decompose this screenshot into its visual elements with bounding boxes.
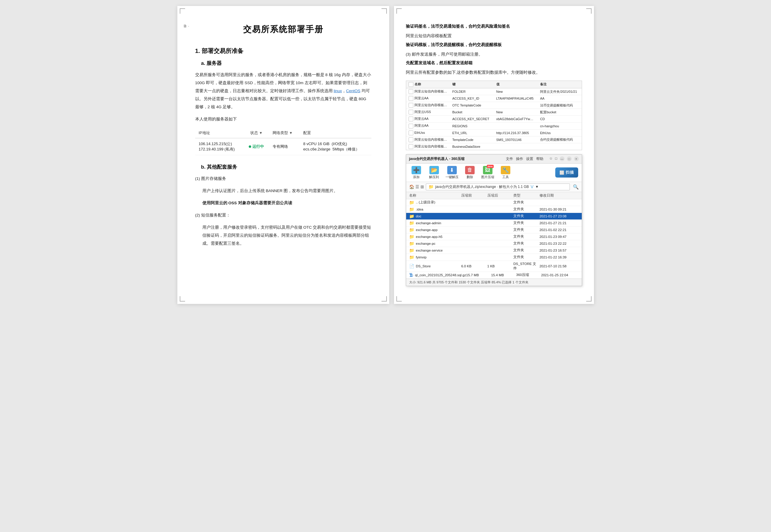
fm-filelist-header: 名称 压缩前 压缩后 类型 修改日期	[406, 192, 582, 199]
fm-delete-button[interactable]: 🗑 删除	[463, 166, 477, 179]
fm-maximize-button[interactable]: □	[567, 156, 572, 161]
file-decompressed: 1 KB	[488, 264, 514, 268]
col-status[interactable]: 状态 ▼	[244, 128, 269, 138]
col-name-header: 名称	[409, 193, 461, 198]
file-row-exchange-admin[interactable]: 📁exchange-admin 文件夹 2021-01-27 21:21	[406, 220, 582, 227]
file-type: 文件夹	[513, 234, 540, 239]
table-row: 阿里云AA REGIONS cn-hangzhou	[406, 123, 582, 129]
section1-heading: 1. 部署交易所准备	[195, 47, 371, 55]
fm-box-icon[interactable]: □	[555, 156, 557, 161]
fm-tools-button[interactable]: 🔧 工具	[499, 166, 512, 179]
file-row-ds-store[interactable]: 📄DS_Store 6.0 KB 1 KB DS_STORE 文件 2021-0…	[406, 261, 582, 272]
fm-titlebar: java合约交易所带机器人 - 360压缩 文件 操作 设置 帮助 ☆ □ — …	[406, 155, 582, 164]
file-row-exchange-app-h5[interactable]: 📁exchange-app-h5 文件夹 2021-01-23 09:47	[406, 233, 582, 240]
file-row-doc[interactable]: 📁doc 文件夹 2021-01-27 23:08	[406, 213, 582, 220]
cfg-col-key: 键	[450, 81, 494, 88]
fm-close-button[interactable]: ×	[574, 156, 579, 161]
add-icon: ➕	[412, 166, 421, 174]
cfg-key: REGIONS	[450, 123, 494, 129]
fm-oneclick-button[interactable]: ⬇ 一键解压	[446, 166, 459, 179]
file-date: 2021-01-25 22:04	[541, 273, 579, 277]
folder-icon: 📁	[409, 207, 414, 212]
file-name-text: .. (上级目录)	[416, 200, 435, 205]
file-row-exchange-app[interactable]: 📁exchange-app 文件夹 2021-01-02 22:21	[406, 227, 582, 233]
file-row-sql-gz[interactable]: 🗜ql_coin_20210125_205248.sql.gz 15.7 MB …	[406, 272, 582, 279]
cfg-key: ETH_URL	[450, 129, 494, 136]
file-name-text: doc	[416, 214, 422, 218]
fm-filelist: 📁.. (上级目录) 文件夹 📁.idea 文件夹 2021-01-30 09:…	[406, 199, 582, 279]
file-type: 文件夹	[513, 221, 540, 225]
delete-icon: 🗑	[465, 166, 475, 174]
cfg-name: EthUss	[406, 129, 450, 136]
table-row: 阿里云AA ACCESS_KEY_SECRET vbAG28dxbCaGxF7Y…	[406, 116, 582, 123]
file-date: 2021-01-27 21:21	[540, 221, 579, 225]
fm-extract-button[interactable]: 📂 解压到	[428, 166, 441, 179]
fm-star-icon[interactable]: ☆	[549, 156, 553, 161]
cfg-note: AA	[538, 95, 582, 102]
fm-scan-button[interactable]: ⬜ 扫描	[555, 167, 578, 178]
file-date: 2021-01-23 22:22	[540, 242, 579, 245]
bold-line3: 先配置发送域名，然后配置发送邮箱	[406, 60, 582, 66]
file-row-parent[interactable]: 📁.. (上级目录) 文件夹	[406, 199, 582, 206]
new-badge: New	[487, 165, 493, 168]
file-type: 文件夹	[513, 200, 540, 205]
fm-minimize-button[interactable]: —	[560, 156, 565, 161]
centos-link[interactable]: CentOS	[346, 89, 360, 93]
file-name-text: exchange-pc	[416, 242, 436, 245]
cfg-key: TemplateCode	[450, 136, 494, 143]
col-network[interactable]: 网络类型 ▼	[269, 128, 300, 138]
fm-extract-label: 解压到	[429, 175, 439, 179]
extract-icon: 📂	[430, 166, 439, 174]
addr-dropdown-icon[interactable]: ▼	[535, 185, 539, 189]
nav-grid-icon[interactable]: ⊞	[421, 184, 424, 189]
item1-bold: 使用阿里云的 OSS 对象存储兵器需要开启公共读	[202, 199, 371, 207]
imgcompress-icon: 🖼 New	[483, 166, 493, 174]
folder-icon: 📁	[409, 227, 414, 232]
fm-addr-path[interactable]: 📁 java合约交易所带机器人.zip\exchange · 解包大小为 1.1…	[426, 183, 570, 190]
cfg-key: FOLDER	[450, 88, 494, 95]
server-ip: 106.14.125.215(公) 172.19.40.199 (私有)	[195, 138, 244, 155]
cfg-note: EthUss	[538, 129, 582, 136]
fm-menu-help[interactable]: 帮助	[536, 156, 543, 161]
file-type: 文件夹	[513, 227, 540, 232]
fm-menu-settings[interactable]: 设置	[526, 156, 533, 161]
file-type: 文件夹	[513, 255, 540, 259]
cfg-name: 阿里云短信内容模板配置	[406, 143, 450, 150]
item2-body: 用户注册，用户修改登录密码，支付密码以及用户在做 OTC 交易和合约交易时都需要…	[202, 223, 371, 247]
nav-home-icon[interactable]: 🏠	[409, 184, 414, 189]
corner-tr	[381, 8, 387, 14]
cfg-col-value: 值	[494, 81, 538, 88]
file-row-fyimvip[interactable]: 📁fyimvip 文件夹 2021-01-22 16:39	[406, 254, 582, 261]
fm-add-button[interactable]: ➕ 添加	[410, 166, 423, 179]
fm-scan-label: 扫描	[566, 170, 574, 175]
file-date: 2021-07-10 21:58	[540, 264, 579, 268]
fm-imgcompress-label: 图片压缩	[481, 175, 494, 179]
sub-heading-b: b. 其他配套服务	[201, 164, 371, 170]
file-row-idea[interactable]: 📁.idea 文件夹 2021-01-30 09:21	[406, 206, 582, 213]
fm-menu-operate[interactable]: 操作	[516, 156, 523, 161]
file-date: 2021-01-23 09:47	[540, 235, 579, 238]
cfg-name: 阿里云AA	[406, 95, 450, 102]
nav-list-icon[interactable]: ☰	[416, 184, 419, 189]
folder-icon: 📁	[429, 184, 434, 189]
cfg-value: vbAG28dxbCaGxF7YwAnaDUM2	[494, 116, 538, 123]
corner-tl-r	[397, 8, 402, 14]
addr-v-icon: V	[531, 184, 533, 189]
corner-br	[381, 296, 387, 302]
col-config: 配置	[300, 128, 371, 138]
search-icon[interactable]: 🔍	[573, 184, 579, 190]
file-date: 2021-01-27 23:08	[540, 214, 579, 218]
file-row-exchange-pc[interactable]: 📁exchange-pc 文件夹 2021-01-23 22:22	[406, 240, 582, 247]
linux-link[interactable]: linux	[333, 89, 342, 93]
cfg-value: SMS_193701146	[494, 136, 538, 143]
fm-menu-file[interactable]: 文件	[506, 156, 513, 161]
corner-tl	[180, 8, 185, 14]
item2-label: (2) 短信服务配置：	[195, 211, 371, 219]
page-title: 交易所系统部署手册	[195, 24, 371, 35]
file-row-exchange-service[interactable]: 📁exchange-service 文件夹 2021-01-23 16:57	[406, 247, 582, 254]
fm-imgcompress-button[interactable]: 🖼 New 图片压缩	[481, 166, 494, 179]
scan-icon: ⬜	[560, 170, 565, 175]
table-row: 阿里云USS Bucket New 配置bucket	[406, 109, 582, 116]
table-row: 106.14.125.215(公) 172.19.40.199 (私有) 运行中…	[195, 138, 371, 155]
left-page: 🗎 · 交易所系统部署手册 1. 部署交易所准备 a. 服务器 交易所服务可选用…	[177, 6, 389, 304]
